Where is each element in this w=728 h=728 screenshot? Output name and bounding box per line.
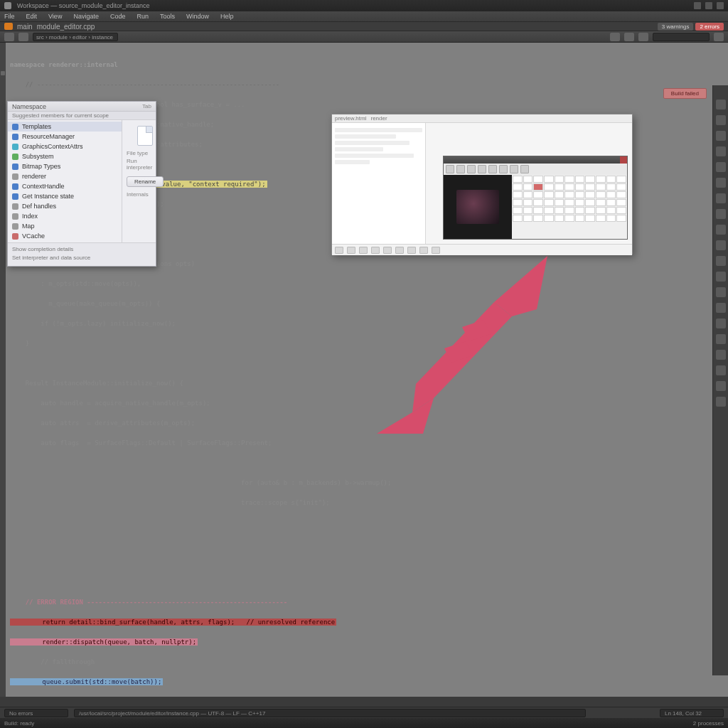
autocomplete-item-label: Templates: [22, 123, 51, 130]
right-tool-button[interactable]: [716, 381, 726, 391]
right-tool-button[interactable]: [716, 256, 726, 266]
debug-button[interactable]: [624, 33, 634, 41]
right-tool-button[interactable]: [716, 318, 726, 328]
breadcrumb[interactable]: src › module › editor › instance: [33, 33, 118, 41]
preview-tab-1[interactable]: preview.html: [335, 115, 366, 122]
footer-left: Build: ready: [4, 720, 34, 727]
preview-footer-button[interactable]: [335, 247, 343, 254]
embedded-tool-button[interactable]: [456, 165, 465, 173]
menu-run[interactable]: Run: [136, 13, 149, 20]
right-tool-button[interactable]: [716, 193, 726, 203]
editor-tab-1[interactable]: main: [17, 23, 33, 31]
right-tool-button[interactable]: [716, 350, 726, 360]
preview-window[interactable]: preview.html render: [331, 114, 633, 255]
struct-icon: [12, 144, 18, 150]
autocomplete-item[interactable]: Def handles: [8, 201, 122, 211]
status-caret[interactable]: Ln 148, Col 32: [660, 709, 724, 717]
right-tool-button[interactable]: [716, 334, 726, 344]
errors-pill[interactable]: 2 errors: [695, 23, 724, 31]
settings-button[interactable]: [714, 33, 724, 41]
embedded-tool-button[interactable]: [499, 165, 508, 173]
autocomplete-item[interactable]: Subsystem: [8, 151, 122, 161]
status-path: /usr/local/src/project/module/editor/ins…: [74, 709, 586, 717]
embedded-tool-button[interactable]: [478, 165, 486, 173]
preview-footer-button[interactable]: [419, 247, 428, 254]
preview-footer-button[interactable]: [383, 247, 392, 254]
minimize-button[interactable]: [694, 2, 701, 9]
preview-footer-button[interactable]: [359, 247, 368, 254]
autocomplete-item[interactable]: VCache: [8, 231, 122, 241]
right-tool-button[interactable]: [716, 397, 726, 407]
right-tool-button[interactable]: [716, 240, 726, 250]
menu-code[interactable]: Code: [110, 13, 126, 20]
class-icon: [12, 183, 18, 190]
preview-tab-2[interactable]: render: [370, 115, 387, 122]
autocomplete-item[interactable]: Map: [8, 221, 122, 231]
autocomplete-item[interactable]: ContextHandle: [8, 181, 122, 191]
preview-footer-button[interactable]: [432, 247, 440, 254]
autocomplete-side-line: File type: [127, 150, 164, 156]
embedded-tool-button[interactable]: [488, 165, 497, 173]
variable-icon: [12, 173, 18, 180]
menu-help[interactable]: Help: [220, 13, 234, 20]
autocomplete-item[interactable]: Bitmap Types: [8, 161, 122, 171]
right-tool-button[interactable]: [716, 287, 726, 297]
autocomplete-item[interactable]: renderer: [8, 171, 122, 181]
swatch-selected[interactable]: [533, 183, 543, 191]
autocomplete-item[interactable]: Index: [8, 211, 122, 221]
warnings-pill[interactable]: 3 warnings: [658, 23, 694, 31]
embedded-tool-button[interactable]: [467, 165, 476, 173]
preview-footer-button[interactable]: [347, 247, 355, 254]
autocomplete-rename-button[interactable]: Rename: [127, 176, 164, 187]
preview-footer-button[interactable]: [371, 247, 380, 254]
autocomplete-item[interactable]: Get Instance state: [8, 191, 122, 201]
project-icon[interactable]: [4, 23, 13, 30]
right-tool-button[interactable]: [716, 272, 726, 282]
right-tool-button[interactable]: [716, 303, 726, 313]
run-button[interactable]: [610, 33, 620, 41]
right-tool-button[interactable]: [716, 178, 726, 188]
preview-footer-button[interactable]: [407, 247, 416, 254]
autocomplete-item-label: Def handles: [22, 203, 56, 210]
autocomplete-item[interactable]: ResourceManager: [8, 132, 122, 141]
autocomplete-item[interactable]: GraphicsContextAttrs: [8, 141, 122, 151]
right-tool-button[interactable]: [716, 100, 726, 109]
variable-icon: [12, 203, 18, 210]
right-tool-button[interactable]: [716, 162, 726, 172]
search-input[interactable]: [653, 33, 710, 41]
menu-file[interactable]: File: [4, 13, 15, 20]
menu-view[interactable]: View: [48, 13, 62, 20]
status-bar: No errors /usr/local/src/project/module/…: [0, 707, 728, 718]
embedded-tool-button[interactable]: [446, 165, 454, 173]
menu-navigate[interactable]: Navigate: [73, 13, 99, 20]
right-tool-button[interactable]: [716, 131, 726, 141]
autocomplete-footer-line: Set interpreter and data source: [12, 254, 151, 262]
right-tool-button[interactable]: [716, 365, 726, 375]
autocomplete-hint: Tab: [142, 103, 151, 109]
autocomplete-item[interactable]: Templates: [8, 122, 122, 132]
embedded-tool-button[interactable]: [520, 165, 529, 173]
maximize-button[interactable]: [705, 2, 712, 9]
status-left[interactable]: No errors: [4, 709, 68, 717]
back-button[interactable]: [4, 33, 14, 41]
editor-tab-2[interactable]: module_editor.cpp: [37, 23, 95, 31]
class-icon: [12, 124, 18, 130]
stop-button[interactable]: [638, 33, 648, 41]
embedded-tool-button[interactable]: [510, 165, 518, 173]
right-tool-button[interactable]: [716, 225, 726, 235]
menu-window[interactable]: Window: [186, 13, 209, 20]
embedded-close-button[interactable]: [620, 156, 627, 164]
gutter-marker[interactable]: [1, 71, 5, 75]
autocomplete-title: Namespace: [12, 103, 46, 110]
right-tool-button[interactable]: [716, 115, 726, 125]
menu-tools[interactable]: Tools: [160, 13, 175, 20]
preview-footer-button[interactable]: [395, 247, 404, 254]
variable-icon: [12, 213, 18, 220]
right-tool-button[interactable]: [716, 146, 726, 156]
window-title: Workspace — source_module_editor_instanc…: [17, 2, 688, 9]
close-button[interactable]: [717, 2, 724, 9]
menu-edit[interactable]: Edit: [26, 13, 38, 20]
right-tool-button[interactable]: [716, 209, 726, 219]
autocomplete-side-line: Run interpreter: [127, 158, 164, 171]
forward-button[interactable]: [18, 33, 28, 41]
